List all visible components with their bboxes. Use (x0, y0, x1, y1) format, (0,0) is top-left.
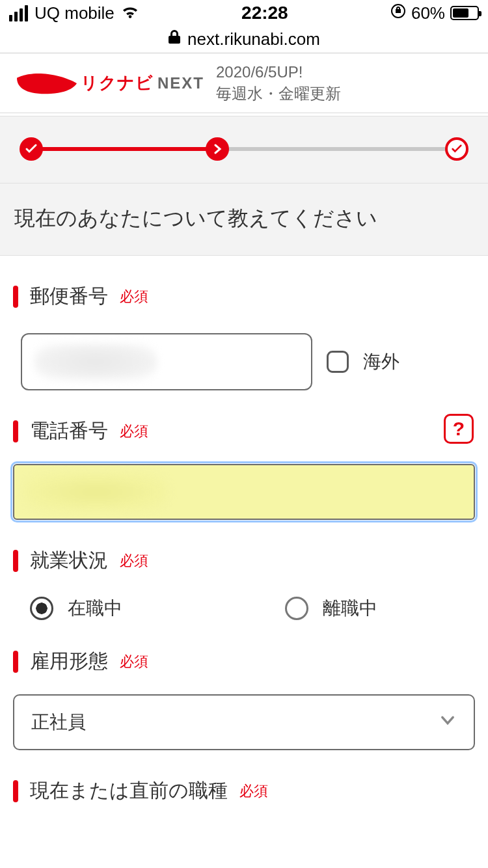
required-badge: 必須 (120, 422, 148, 441)
browser-url-bar[interactable]: next.rikunabi.com (0, 26, 488, 53)
brand-header: リクナビ NEXT 2020/6/5UP! 毎週水・金曜更新 (0, 53, 488, 113)
radio-not-working[interactable]: 離職中 (285, 596, 377, 621)
overseas-checkbox[interactable] (327, 351, 349, 373)
field-job-type: 現在または直前の職種 必須 (13, 750, 475, 804)
logo-text-jp: リクナビ (81, 72, 154, 94)
logo-text-next: NEXT (157, 74, 204, 92)
section-title: 現在のあなたについて教えてください (0, 183, 488, 256)
battery-icon (450, 6, 479, 20)
radio-icon (285, 597, 308, 620)
carrier-label: UQ mobile (34, 3, 115, 23)
url-text: next.rikunabi.com (187, 29, 320, 49)
required-bar-icon (13, 550, 18, 572)
field-employment-type: 雇用形態 必須 正社員 (13, 621, 475, 750)
lock-icon (168, 29, 181, 49)
progress-bar (0, 116, 488, 183)
employment-status-label: 就業状況 (30, 547, 108, 574)
ios-status-bar: UQ mobile 22:28 60% (0, 0, 488, 26)
chevron-down-icon (439, 711, 457, 734)
required-bar-icon (13, 286, 18, 308)
redacted-blur (25, 473, 168, 511)
overseas-label: 海外 (363, 349, 400, 374)
radio-working-label: 在職中 (68, 596, 122, 621)
signal-icon (9, 5, 28, 21)
postal-label: 郵便番号 (30, 283, 108, 310)
progress-step-3-icon (445, 137, 468, 161)
field-phone: 電話番号 必須 ? (13, 390, 475, 520)
radio-not-working-label: 離職中 (323, 596, 377, 621)
field-postal: 郵便番号 必須 海外 (13, 256, 475, 390)
brand-update: 毎週水・金曜更新 (216, 83, 341, 104)
clock: 22:28 (241, 3, 288, 23)
phone-label: 電話番号 (30, 418, 108, 444)
logo-swoosh-icon (16, 70, 78, 96)
field-employment-status: 就業状況 必須 在職中 離職中 (13, 520, 475, 621)
orientation-lock-icon (390, 3, 406, 23)
progress-step-2-icon (206, 137, 229, 161)
radio-working[interactable]: 在職中 (30, 596, 122, 621)
job-type-label: 現在または直前の職種 (30, 778, 228, 804)
logo[interactable]: リクナビ NEXT (16, 70, 204, 96)
required-bar-icon (13, 780, 18, 802)
progress-step-1-icon (20, 137, 43, 161)
battery-pct: 60% (411, 3, 445, 23)
redacted-blur (34, 344, 157, 380)
help-button[interactable]: ? (444, 414, 474, 444)
employment-type-select[interactable]: 正社員 (13, 694, 475, 750)
required-badge: 必須 (120, 652, 148, 671)
required-bar-icon (13, 651, 18, 673)
required-badge: 必須 (239, 781, 268, 801)
required-badge: 必須 (120, 551, 148, 571)
brand-date: 2020/6/5UP! (216, 62, 341, 83)
radio-icon (30, 597, 53, 620)
required-bar-icon (13, 420, 18, 442)
employment-type-label: 雇用形態 (30, 648, 108, 675)
wifi-icon (121, 6, 139, 20)
required-badge: 必須 (120, 287, 148, 306)
employment-type-value: 正社員 (31, 710, 86, 735)
